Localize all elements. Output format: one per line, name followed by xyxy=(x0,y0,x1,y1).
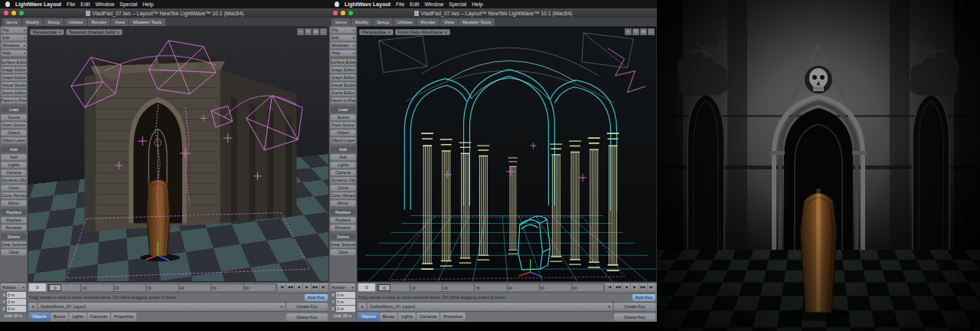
menubar-item[interactable]: Edit xyxy=(80,2,90,7)
position-dropdown[interactable]: Position▾ xyxy=(330,283,355,290)
toolbar-button[interactable]: Dynamic Obj xyxy=(1,177,27,184)
toolbar-button[interactable]: Lights xyxy=(1,162,27,169)
menubar-item[interactable]: File xyxy=(396,2,404,7)
lights-button[interactable]: Lights xyxy=(398,313,416,321)
lw-tab[interactable]: Utilities xyxy=(394,18,416,26)
y-value-field[interactable]: 0 m xyxy=(336,299,355,305)
toolbar-menu-button[interactable]: Edit▾ xyxy=(1,34,27,41)
bones-button[interactable]: Bones xyxy=(51,313,69,321)
transport-button[interactable]: ◀ xyxy=(622,283,630,291)
cameras-button[interactable]: Cameras xyxy=(87,313,110,321)
toolbar-button[interactable]: Clone xyxy=(330,185,356,192)
toolbar-button[interactable]: Parent in Place xyxy=(1,97,27,104)
zoom-icon[interactable]: ⊕ xyxy=(312,28,319,35)
apple-menu-icon[interactable] xyxy=(335,2,339,7)
move-gizmo[interactable] xyxy=(519,259,542,277)
current-frame-field[interactable]: 0 xyxy=(29,283,46,291)
current-item-dropdown[interactable]: GothicRoom_07: Layer1▾ xyxy=(368,303,612,310)
zoom-icon[interactable]: ⊕ xyxy=(640,28,647,35)
menubar-item[interactable]: File xyxy=(67,2,75,7)
rotate-icon[interactable]: ↻ xyxy=(632,28,639,35)
position-dropdown[interactable]: Position▾ xyxy=(1,283,26,290)
toolbar-button[interactable]: Rename xyxy=(1,224,27,231)
timeline-playhead[interactable]: 0 xyxy=(49,284,61,291)
objects-button[interactable]: Objects xyxy=(358,313,379,321)
current-item-dropdown[interactable]: GothicRoom_07: Layer1▾ xyxy=(38,303,285,310)
toolbar-button[interactable]: Replace xyxy=(1,217,27,224)
lw-tab[interactable]: Modify xyxy=(351,18,373,26)
toolbar-menu-button[interactable]: Edit▾ xyxy=(330,34,356,41)
close-button[interactable] xyxy=(4,11,8,15)
lights-button[interactable]: Lights xyxy=(69,313,87,321)
toolbar-button[interactable]: Clear xyxy=(1,249,27,256)
toolbar-button[interactable]: From Scene xyxy=(1,122,27,129)
toolbar-button[interactable]: Mirror xyxy=(1,200,27,207)
transport-button[interactable]: ▶ xyxy=(303,283,311,291)
toolbar-button[interactable]: Virtual Studio xyxy=(1,82,27,89)
shading-mode-dropdown[interactable]: Front Face Wireframe▾ xyxy=(395,29,450,35)
lw-tab[interactable]: Utilities xyxy=(64,18,87,26)
lw-tab[interactable]: Setup xyxy=(44,18,64,26)
menubar-item[interactable]: Window xyxy=(95,2,114,7)
lw-tab[interactable]: View xyxy=(111,18,129,26)
delete-key-button[interactable]: Delete Key xyxy=(614,313,655,321)
current-frame-field[interactable]: 0 xyxy=(358,283,375,291)
toolbar-menu-button[interactable]: Help▾ xyxy=(330,50,356,57)
timeline-playhead[interactable]: 0 xyxy=(378,284,390,291)
toolbar-button[interactable]: Image Editor xyxy=(330,67,356,74)
auto-key-button[interactable]: Auto Key xyxy=(305,294,328,301)
lw-tab[interactable]: Render xyxy=(416,18,439,26)
window-titlebar[interactable]: VladPad_07.lws – Layout™ NewTek LightWav… xyxy=(0,8,329,18)
maximize-icon[interactable]: □ xyxy=(320,28,327,35)
lw-tab[interactable]: Render xyxy=(87,18,110,26)
menubar-app-name[interactable]: LightWave Layout xyxy=(345,2,390,7)
toolbar-button[interactable]: Clone Hierarchy xyxy=(1,192,27,199)
toolbar-button[interactable]: Surface Editor xyxy=(330,59,356,66)
toolbar-button[interactable]: Graph Editor xyxy=(1,74,27,81)
menubar-item[interactable]: Help xyxy=(472,2,482,7)
toolbar-button[interactable]: Clear Selected xyxy=(330,241,356,248)
close-button[interactable] xyxy=(333,11,338,15)
timeline-ruler[interactable]: 0102030405060 0 xyxy=(377,283,604,292)
z-value-field[interactable]: 0 m xyxy=(7,306,26,312)
transport-button[interactable]: ◀◀ xyxy=(614,283,622,291)
toolbar-button[interactable]: Graph Editor xyxy=(330,74,356,81)
toolbar-button[interactable]: Scene Editor xyxy=(330,90,356,97)
transport-button[interactable]: |◀ xyxy=(278,283,286,291)
shading-mode-dropdown[interactable]: Textured Shaded Solid▾ xyxy=(66,29,122,35)
z-value-field[interactable]: 0 m xyxy=(336,306,355,312)
toolbar-button[interactable]: From Scene xyxy=(330,122,356,129)
y-value-field[interactable]: 0 m xyxy=(7,299,26,305)
lw-tab[interactable]: Setup xyxy=(373,18,393,26)
toolbar-button[interactable]: Null xyxy=(330,154,356,161)
zoom-button[interactable] xyxy=(19,11,24,15)
bones-button[interactable]: Bones xyxy=(380,313,398,321)
toolbar-button[interactable]: Parent in Place xyxy=(330,97,356,104)
item-type-icon-button[interactable]: ▾ xyxy=(358,303,366,310)
lw-tab[interactable]: Items xyxy=(332,18,351,26)
toolbar-button[interactable]: Clear xyxy=(330,249,356,256)
toolbar-button[interactable]: Replace xyxy=(330,217,356,224)
window-titlebar[interactable]: VladPad_07.lws – Layout™ NewTek LightWav… xyxy=(329,8,657,18)
zoom-button[interactable] xyxy=(348,11,353,15)
viewport-wireframe[interactable]: Perspective▾ Front Face Wireframe▾ + ↻ ⊕… xyxy=(357,26,657,282)
create-key-button[interactable]: Create Key xyxy=(614,303,655,310)
menubar-app-name[interactable]: LightWave Layout xyxy=(15,2,61,7)
view-mode-dropdown[interactable]: Perspective▾ xyxy=(30,29,64,35)
lw-tab[interactable]: Modify xyxy=(22,18,44,26)
toolbar-menu-button[interactable]: File▾ xyxy=(1,27,27,34)
toolbar-button[interactable]: Scene xyxy=(330,114,356,121)
toolbar-button[interactable]: Mirror xyxy=(330,200,356,207)
apple-menu-icon[interactable] xyxy=(5,2,10,7)
toolbar-menu-button[interactable]: Help▾ xyxy=(1,50,27,57)
toolbar-menu-button[interactable]: Windows▾ xyxy=(330,42,356,49)
toolbar-button[interactable]: Dynamic Obj xyxy=(330,177,356,184)
toolbar-button[interactable]: Object Layer xyxy=(330,137,356,144)
toolbar-button[interactable]: Image Editor xyxy=(1,67,27,74)
toolbar-button[interactable]: Object Layer xyxy=(1,137,27,144)
toolbar-button[interactable]: Null xyxy=(1,154,27,161)
lw-tab[interactable]: Items xyxy=(2,18,21,26)
maximize-icon[interactable]: □ xyxy=(648,28,655,35)
view-mode-dropdown[interactable]: Perspective▾ xyxy=(359,29,394,35)
toolbar-button[interactable]: Camera xyxy=(1,169,27,176)
